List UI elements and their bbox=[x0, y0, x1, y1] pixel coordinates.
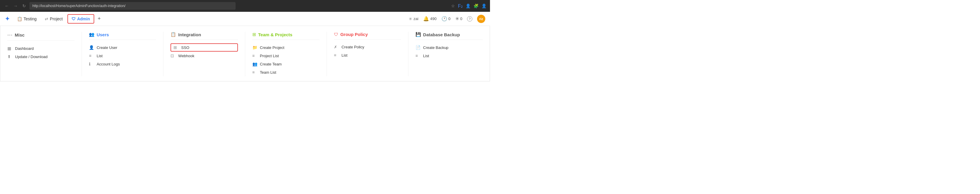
backup-list-icon: ≡ bbox=[415, 53, 421, 58]
back-button[interactable]: ← bbox=[3, 3, 10, 9]
users-header-label: Users bbox=[97, 32, 109, 37]
menu-section-team-projects: ⊞ Team & Projects 📁 Create Project ≡ Pro… bbox=[245, 32, 327, 76]
menu-item-team-list[interactable]: ≡ Team List bbox=[252, 68, 320, 76]
network-badge[interactable]: ✳ 0 bbox=[455, 16, 462, 21]
menu-section-misc: ··· Misc ▦ Dashboard ⬆ Update / Download bbox=[0, 32, 82, 76]
extension-icon-blue[interactable]: F₂ bbox=[458, 3, 463, 9]
clock-badge[interactable]: 🕐 0 bbox=[441, 16, 450, 21]
users-header: 👥 Users bbox=[89, 32, 156, 40]
database-backup-header: 💾 Database Backup bbox=[415, 32, 483, 40]
app-logo: ✦ bbox=[5, 15, 10, 23]
testing-icon: 📋 bbox=[17, 16, 22, 21]
integration-header: 📋 Integration bbox=[170, 32, 238, 40]
team-projects-header-label: Team & Projects bbox=[258, 32, 293, 37]
menu-item-create-backup[interactable]: 📄 Create Backup bbox=[415, 43, 483, 51]
admin-icon: 🛡 bbox=[72, 16, 76, 21]
policy-list-icon: ≡ bbox=[334, 53, 339, 58]
project-list-icon: ≡ bbox=[252, 53, 258, 58]
brand-section: ✳ zai bbox=[409, 16, 418, 21]
dashboard-icon: ▦ bbox=[7, 46, 13, 51]
menu-item-webhook[interactable]: ⊡ Webhook bbox=[170, 51, 238, 60]
create-user-label: Create User bbox=[97, 45, 117, 50]
policy-list-label: List bbox=[342, 53, 347, 58]
menu-section-group-policy: 🛡 Group Policy ✗ Create Policy ≡ List bbox=[327, 32, 409, 76]
integration-header-icon: 📋 bbox=[170, 32, 176, 37]
menu-item-account-logs[interactable]: ℹ Account Logs bbox=[89, 60, 156, 68]
menu-item-project-list[interactable]: ≡ Project List bbox=[252, 51, 320, 60]
database-backup-header-label: Database Backup bbox=[423, 32, 460, 37]
user-avatar[interactable]: riz bbox=[477, 15, 485, 23]
database-backup-header-icon: 💾 bbox=[415, 32, 421, 37]
add-tab-button[interactable]: + bbox=[95, 14, 103, 23]
create-project-label: Create Project bbox=[260, 45, 285, 50]
menu-item-policy-list[interactable]: ≡ List bbox=[334, 51, 401, 59]
brand-name: zai bbox=[414, 16, 418, 21]
update-download-icon: ⬆ bbox=[7, 54, 13, 59]
notifications-badge[interactable]: 🔔 490 bbox=[423, 16, 437, 21]
webhook-icon: ⊡ bbox=[170, 53, 176, 58]
group-policy-header-label: Group Policy bbox=[340, 32, 368, 37]
menu-section-integration: 📋 Integration ⊞ SSO ⊡ Webhook bbox=[164, 32, 245, 76]
network-icon: ✳ bbox=[455, 16, 459, 21]
clock-icon: 🕐 bbox=[441, 16, 447, 21]
team-list-label: Team List bbox=[260, 70, 277, 75]
create-policy-icon: ✗ bbox=[334, 45, 339, 49]
account-logs-icon: ℹ bbox=[89, 62, 94, 66]
nav-admin[interactable]: 🛡 Admin bbox=[67, 14, 94, 24]
create-team-icon: 👥 bbox=[252, 62, 258, 66]
create-team-label: Create Team bbox=[260, 62, 282, 66]
menu-item-create-project[interactable]: 📁 Create Project bbox=[252, 43, 320, 51]
create-backup-icon: 📄 bbox=[415, 45, 421, 50]
users-list-icon: ≡ bbox=[89, 53, 94, 58]
url-text: http://localhost/Home/superAdminFunction… bbox=[32, 4, 126, 8]
address-bar[interactable]: http://localhost/Home/superAdminFunction… bbox=[29, 2, 235, 10]
misc-header-label: Misc bbox=[15, 32, 24, 37]
menu-item-sso[interactable]: ⊞ SSO bbox=[170, 43, 238, 51]
extensions-icon[interactable]: 🧩 bbox=[474, 3, 479, 8]
team-projects-header-icon: ⊞ bbox=[252, 32, 256, 37]
group-policy-header: 🛡 Group Policy bbox=[334, 32, 401, 40]
profile-icon[interactable]: 👤 bbox=[466, 3, 471, 8]
create-policy-label: Create Policy bbox=[342, 45, 364, 49]
sso-label: SSO bbox=[181, 45, 189, 50]
help-button[interactable]: ? bbox=[467, 16, 473, 21]
bookmark-icon[interactable]: ☆ bbox=[451, 3, 455, 8]
menu-section-database-backup: 💾 Database Backup 📄 Create Backup ≡ List bbox=[409, 32, 490, 76]
forward-button[interactable]: → bbox=[13, 3, 19, 9]
nav-testing-label: Testing bbox=[24, 16, 37, 21]
brand-dots-icon: ✳ bbox=[409, 16, 412, 21]
nav-project[interactable]: ⇄ Project bbox=[41, 15, 66, 23]
nav-project-label: Project bbox=[50, 16, 63, 21]
user-avatar-icon[interactable]: 👤 bbox=[482, 3, 487, 8]
misc-header-icon: ··· bbox=[7, 32, 13, 38]
browser-actions: ☆ F₂ 👤 🧩 👤 bbox=[451, 3, 487, 9]
network-count: 0 bbox=[460, 16, 462, 21]
account-logs-label: Account Logs bbox=[97, 62, 120, 66]
project-list-label: Project List bbox=[260, 54, 279, 58]
group-policy-header-icon: 🛡 bbox=[334, 32, 338, 37]
create-user-icon: 👤 bbox=[89, 45, 94, 50]
team-projects-header: ⊞ Team & Projects bbox=[252, 32, 320, 40]
menu-item-create-policy[interactable]: ✗ Create Policy bbox=[334, 43, 401, 51]
menu-item-dashboard[interactable]: ▦ Dashboard bbox=[7, 44, 75, 53]
refresh-button[interactable]: ↻ bbox=[21, 3, 27, 9]
nav-testing[interactable]: 📋 Testing bbox=[14, 15, 40, 23]
webhook-label: Webhook bbox=[178, 54, 194, 58]
help-icon: ? bbox=[467, 16, 473, 21]
navbar-right: ✳ zai 🔔 490 🕐 0 ✳ 0 ? riz bbox=[409, 15, 485, 23]
users-header-icon: 👥 bbox=[89, 32, 94, 37]
menu-item-create-team[interactable]: 👥 Create Team bbox=[252, 60, 320, 68]
backup-list-label: List bbox=[423, 54, 429, 58]
update-download-label: Update / Download bbox=[15, 55, 48, 59]
create-backup-label: Create Backup bbox=[423, 45, 449, 50]
browser-chrome: ← → ↻ http://localhost/Home/superAdminFu… bbox=[0, 0, 490, 12]
menu-item-create-user[interactable]: 👤 Create User bbox=[89, 43, 156, 51]
avatar-initials: riz bbox=[479, 17, 483, 21]
dashboard-label: Dashboard bbox=[15, 46, 34, 51]
menu-item-users-list[interactable]: ≡ List bbox=[89, 51, 156, 60]
project-icon: ⇄ bbox=[45, 16, 48, 21]
menu-item-update-download[interactable]: ⬆ Update / Download bbox=[7, 53, 75, 61]
menu-section-users: 👥 Users 👤 Create User ≡ List ℹ Account L… bbox=[82, 32, 164, 76]
users-list-label: List bbox=[97, 54, 102, 58]
menu-item-backup-list[interactable]: ≡ List bbox=[415, 51, 483, 60]
